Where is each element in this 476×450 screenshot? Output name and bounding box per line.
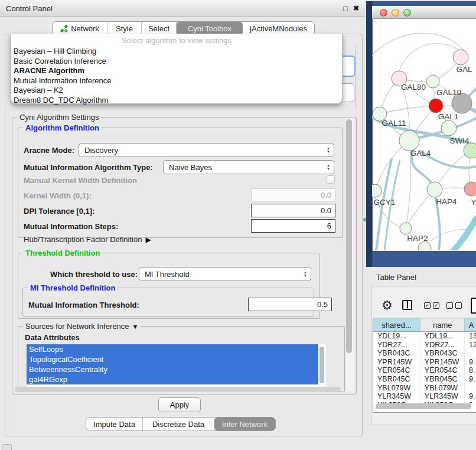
algorithm-option-bayesian-k2[interactable]: Bayesian – K2	[11, 86, 342, 96]
network-window-titlebar[interactable]	[372, 6, 476, 19]
hub-transcription-factor-expander[interactable]: Hub/Transcription Factor Definition	[24, 235, 151, 244]
dpi-tolerance-value: 0.0	[321, 206, 331, 215]
table-row[interactable]: YPR145WYPR145W9.	[373, 358, 476, 367]
network-node-gal1[interactable]	[429, 99, 443, 113]
apply-button-label: Apply	[170, 400, 190, 409]
tab-network[interactable]: Network	[53, 22, 107, 35]
mi-threshold-field[interactable]: 0.5	[248, 298, 332, 311]
attribute-item-selfloops[interactable]: SelfLoops	[27, 344, 318, 354]
node-table: shared...nameA YDL19...YDL19...13YDR27..…	[373, 318, 476, 413]
column-header-a[interactable]: A	[465, 318, 476, 331]
data-attributes-list[interactable]: SelfLoopsTopologicalCoefficientBetweenne…	[27, 344, 326, 387]
table-row[interactable]: YBL079WYBL079W	[373, 384, 476, 393]
groupbox-border-fragment	[355, 45, 356, 109]
bottom-tab-label: Discretize Data	[152, 420, 204, 429]
tab-style[interactable]: Style	[107, 22, 142, 35]
table-cell: 9.	[465, 375, 476, 384]
table-cell: YLR345W	[373, 392, 420, 401]
tab-jactivemnodules[interactable]: jActiveMNodules	[243, 22, 314, 35]
table-cell: YPR145W	[373, 358, 420, 367]
dpi-tolerance-label: DPI Tolerance [0,1]:	[24, 207, 94, 216]
table-cell: YER054C	[373, 366, 420, 375]
table-row[interactable]: YDR27...YDR27...12	[373, 341, 476, 350]
table-cell: YDL19...	[420, 332, 465, 341]
attribute-item-betweennesscentrality[interactable]: BetweennessCentrality	[27, 364, 318, 374]
manual-kernel-width-checkbox[interactable]	[327, 175, 335, 184]
network-node-hap2[interactable]	[400, 223, 412, 234]
sources-expander[interactable]: Sources for Network Inference	[23, 322, 141, 331]
network-node-y_node[interactable]	[464, 182, 476, 196]
panel-splitter-arrow-icon[interactable]	[363, 217, 366, 222]
attribute-item-gal4rgexp[interactable]: gal4RGexp	[27, 374, 318, 384]
select-all-columns-icon[interactable]	[424, 302, 439, 309]
network-canvas[interactable]: GALGAL80GAL10GAL1GAL11SWI4GAL4GCY1HAP4YH…	[372, 19, 476, 250]
minimized-panel-icon[interactable]	[2, 444, 12, 450]
network-node-gcy1[interactable]	[372, 184, 382, 197]
table-cell: 9.	[465, 392, 476, 401]
tab-label: Cyni Toolbox	[188, 24, 232, 33]
column-header-name[interactable]: name	[420, 318, 465, 331]
algorithm-option-bayesian-hill-climbing[interactable]: Bayesian – Hill Climbing	[11, 47, 342, 57]
new-table-icon[interactable]	[471, 298, 476, 314]
network-node-hap4[interactable]	[427, 182, 442, 197]
bottom-tab-label: Infer Network	[222, 420, 268, 429]
network-edge	[399, 44, 459, 71]
split-table-panel-icon[interactable]	[402, 300, 412, 310]
table-cell: 8.	[465, 366, 476, 375]
mi-steps-label: Mutual Information Steps:	[24, 222, 118, 231]
network-node-swi4[interactable]	[441, 120, 457, 136]
mi-algorithm-type-select[interactable]: Naive Bayes	[163, 160, 334, 174]
attributes-scrollbar-thumb[interactable]	[319, 347, 324, 383]
close-window-icon[interactable]	[380, 9, 387, 17]
float-window-icon[interactable]: □	[343, 4, 348, 13]
table-cell: YBR045C	[420, 375, 465, 384]
attribute-item-topologicalcoefficient[interactable]: TopologicalCoefficient	[27, 354, 318, 364]
table-row[interactable]: YER054CYER054C8.	[373, 366, 476, 375]
column-header-shared[interactable]: shared...	[373, 318, 420, 331]
settings-hscrollbar-thumb[interactable]	[15, 387, 341, 392]
kernel-width-label: Kernel Width (0,1):	[24, 191, 92, 200]
mi-steps-field[interactable]: 6	[251, 219, 335, 233]
aracne-mode-select[interactable]: Discovery	[79, 143, 334, 157]
stepper-arrows-icon	[327, 144, 330, 156]
dpi-tolerance-field[interactable]: 0.0	[251, 204, 335, 217]
table-cell: 13	[465, 332, 476, 341]
apply-button[interactable]: Apply	[158, 397, 201, 412]
table-cell: YBR045C	[373, 375, 420, 384]
table-row[interactable]: YLR345WYLR345W9.	[373, 392, 476, 401]
algorithm-option-basic-correlation-inference[interactable]: Basic Correlation Inference	[11, 57, 342, 67]
table-row[interactable]: YBR045CYBR045C9.	[373, 375, 476, 384]
tab-cyni-toolbox[interactable]: Cyni Toolbox	[177, 22, 243, 35]
table-hscrollbar-thumb[interactable]	[376, 403, 471, 409]
mi-threshold-label: Mutual Information Threshold:	[28, 301, 139, 309]
table-row[interactable]: YDL19...YDL19...13	[373, 332, 476, 341]
bottom-tab-impute-data[interactable]: Impute Data	[86, 418, 143, 431]
unselect-all-columns-icon[interactable]	[446, 302, 462, 309]
control-panel-title: Control Panel	[6, 4, 53, 13]
network-node-label-hap2: HAP2	[407, 234, 428, 243]
maximize-window-icon[interactable]	[403, 9, 411, 17]
network-node-gal4[interactable]	[399, 131, 419, 151]
minimize-window-icon[interactable]	[392, 9, 399, 17]
mi-algorithm-type-label: Mutual Information Algorithm Type:	[24, 163, 153, 172]
manual-kernel-width-label: Manual Kernel Width Definition	[24, 176, 137, 185]
tab-select[interactable]: Select	[142, 22, 177, 35]
cyni-algorithm-settings-legend: Cyni Algorithm Settings	[17, 113, 101, 122]
checked-box-icon	[433, 302, 439, 309]
table-cell: YPR145W	[420, 358, 465, 367]
which-threshold-select[interactable]: MI Threshold	[139, 267, 311, 281]
table-row[interactable]: YBR043CYBR043C	[373, 349, 476, 358]
algorithm-option-dream8-dc-tdc-algorithm[interactable]: Dream8 DC_TDC Algorithm	[11, 96, 342, 106]
which-threshold-value: MI Threshold	[145, 270, 190, 279]
network-node-label-galtop: GAL	[456, 65, 472, 74]
table-settings-gear-icon[interactable]	[382, 298, 393, 312]
settings-scrollbar-thumb[interactable]	[346, 119, 352, 353]
which-threshold-label: Which threshold to use:	[50, 270, 138, 279]
bottom-tab-discretize-data[interactable]: Discretize Data	[143, 418, 214, 431]
algorithm-option-mutual-information-inference[interactable]: Mutual Information Inference	[11, 76, 342, 86]
bottom-tab-infer-network[interactable]: Infer Network	[214, 418, 275, 431]
network-node-galtop[interactable]	[453, 50, 468, 65]
algorithm-option-aracne-algorithm[interactable]: ARACNE Algorithm	[11, 66, 342, 76]
close-panel-icon[interactable]: ✖	[353, 4, 359, 12]
network-node-gal10[interactable]	[426, 75, 439, 88]
